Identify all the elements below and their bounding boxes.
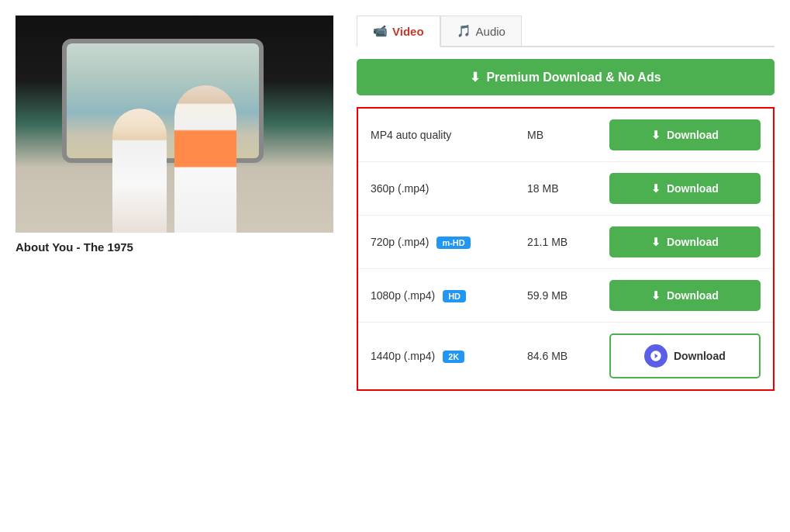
download-button-3[interactable]: ⬇ Download <box>609 280 761 311</box>
download-icon: ⬇ <box>651 289 661 302</box>
premium-download-label: Premium Download & No Ads <box>486 71 661 85</box>
table-row: MP4 auto quality MB ⬇ Download <box>357 108 774 162</box>
size-value: MB <box>527 129 543 141</box>
format-cell: 1440p (.mp4) 2K <box>357 323 515 391</box>
left-panel: About You - The 1975 <box>16 16 333 391</box>
action-cell: ⬇ Download <box>597 269 774 323</box>
premium-download-icon: ⬇ <box>470 70 480 85</box>
download-table: MP4 auto quality MB ⬇ Download <box>357 107 774 391</box>
table-row: 1080p (.mp4) HD 59.9 MB ⬇ Download <box>357 269 774 323</box>
download-label: Download <box>674 350 726 362</box>
size-value: 59.9 MB <box>527 289 567 302</box>
size-value: 84.6 MB <box>527 350 567 362</box>
download-label: Download <box>667 182 719 195</box>
size-cell: 59.9 MB <box>515 269 597 323</box>
size-value: 21.1 MB <box>527 236 567 248</box>
action-cell: ⬇ Download <box>597 108 774 162</box>
badge-mhd: m-HD <box>436 237 470 249</box>
action-cell: ⬇ Download <box>597 162 774 216</box>
tab-audio[interactable]: 🎵 Audio <box>440 16 522 46</box>
audio-icon: 🎵 <box>457 24 471 38</box>
size-cell: 21.1 MB <box>515 216 597 269</box>
download-button-4[interactable]: Download <box>609 333 761 378</box>
table-row: 1440p (.mp4) 2K 84.6 MB <box>357 323 774 391</box>
format-cell: 720p (.mp4) m-HD <box>357 216 515 269</box>
download-label: Download <box>667 289 719 302</box>
format-label: 720p (.mp4) <box>371 236 429 248</box>
premium-download-button[interactable]: ⬇ Premium Download & No Ads <box>357 59 774 95</box>
video-icon: 📹 <box>373 24 388 38</box>
format-cell: 1080p (.mp4) HD <box>357 269 515 323</box>
format-label: 360p (.mp4) <box>371 182 429 195</box>
badge-hd: HD <box>443 290 466 302</box>
format-label: 1440p (.mp4) <box>371 350 435 362</box>
download-button-2[interactable]: ⬇ Download <box>609 226 761 257</box>
tab-audio-label: Audio <box>476 25 505 38</box>
size-cell: 84.6 MB <box>515 323 597 391</box>
tab-video-label: Video <box>392 25 424 38</box>
video-thumbnail <box>16 16 333 233</box>
format-label: 1080p (.mp4) <box>371 289 435 302</box>
format-label: MP4 auto quality <box>371 129 451 141</box>
action-cell: Download <box>597 323 774 391</box>
video-title: About You - The 1975 <box>16 240 333 254</box>
size-cell: 18 MB <box>515 162 597 216</box>
table-row: 720p (.mp4) m-HD 21.1 MB ⬇ Download <box>357 216 774 269</box>
download-label: Download <box>667 129 719 141</box>
size-cell: MB <box>515 108 597 162</box>
format-cell: 360p (.mp4) <box>357 162 515 216</box>
size-value: 18 MB <box>527 182 558 195</box>
download-button-1[interactable]: ⬇ Download <box>609 173 761 204</box>
format-cell: MP4 auto quality <box>357 108 515 162</box>
tab-video[interactable]: 📹 Video <box>357 16 440 47</box>
content-area: ⬇ Premium Download & No Ads MP4 auto qua… <box>357 47 774 391</box>
download-icon: ⬇ <box>651 236 661 248</box>
special-app-icon <box>644 344 668 368</box>
tabs: 📹 Video 🎵 Audio <box>357 16 774 47</box>
download-button-0[interactable]: ⬇ Download <box>609 119 761 150</box>
download-label: Download <box>667 236 719 248</box>
download-icon: ⬇ <box>651 182 661 195</box>
right-panel: 📹 Video 🎵 Audio ⬇ Premium Download & No … <box>357 16 774 391</box>
table-row: 360p (.mp4) 18 MB ⬇ Download <box>357 162 774 216</box>
badge-2k: 2K <box>443 351 464 363</box>
action-cell: ⬇ Download <box>597 216 774 269</box>
download-icon: ⬇ <box>651 129 661 141</box>
